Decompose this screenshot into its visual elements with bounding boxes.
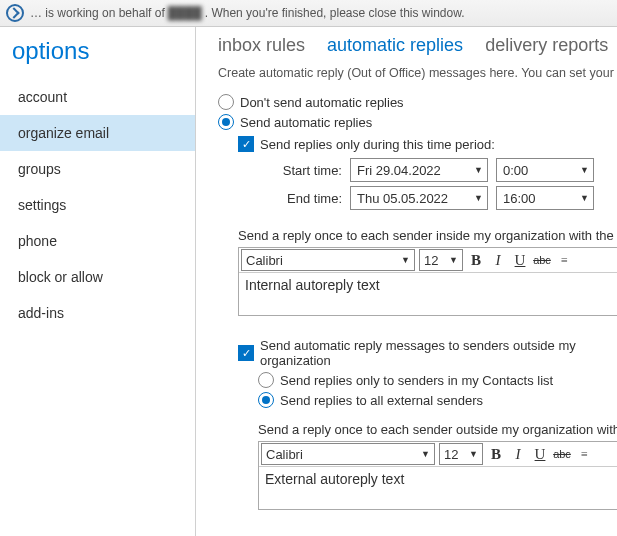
delegate-info-bar: … is working on behalf of ████ . When yo… [0,0,617,27]
radio-external-contacts-label: Send replies only to senders in my Conta… [280,373,553,388]
internal-editor-toolbar: Calibri▼ 12▼ B I U abc ≡ [239,248,617,273]
checkbox-time-period[interactable] [238,136,254,152]
time-period-grid: Start time: Fri 29.04.2022▼ 0:00▼ End ti… [278,158,617,210]
checkbox-external-reply-label: Send automatic reply messages to senders… [260,338,617,368]
chevron-down-icon: ▼ [474,193,483,203]
radio-send-label: Send automatic replies [240,115,372,130]
tab-automatic-replies[interactable]: automatic replies [327,35,463,56]
chevron-down-icon: ▼ [401,255,410,265]
align-button[interactable]: ≡ [553,249,575,271]
radio-external-all-label: Send replies to all external senders [280,393,483,408]
font-family-dropdown[interactable]: Calibri▼ [241,249,415,271]
start-time-label: Start time: [278,163,342,178]
radio-send[interactable] [218,114,234,130]
sidebar-item-settings[interactable]: settings [0,187,195,223]
strikethrough-button[interactable]: abc [551,443,573,465]
sidebar-item-add-ins[interactable]: add-ins [0,295,195,331]
internal-reply-label: Send a reply once to each sender inside … [238,228,617,243]
external-reply-label: Send a reply once to each sender outside… [258,422,617,437]
radio-external-all[interactable] [258,392,274,408]
page-description: Create automatic reply (Out of Office) m… [218,66,617,80]
chevron-down-icon: ▼ [449,255,458,265]
radio-dont-send-label: Don't send automatic replies [240,95,404,110]
delegate-text-before: … is working on behalf of [30,6,165,20]
delegate-name: ████ [168,6,202,20]
sidebar-item-groups[interactable]: groups [0,151,195,187]
radio-external-contacts[interactable] [258,372,274,388]
font-size-dropdown[interactable]: 12▼ [439,443,483,465]
chevron-down-icon: ▼ [469,449,478,459]
sidebar-title: options [12,37,195,65]
end-time-dropdown[interactable]: 16:00▼ [496,186,594,210]
chevron-down-icon: ▼ [580,193,589,203]
chevron-down-icon: ▼ [421,449,430,459]
font-size-dropdown[interactable]: 12▼ [419,249,463,271]
checkbox-external-reply[interactable] [238,345,254,361]
start-time-dropdown[interactable]: 0:00▼ [496,158,594,182]
tab-inbox-rules[interactable]: inbox rules [218,35,305,56]
sidebar-item-phone[interactable]: phone [0,223,195,259]
tab-delivery-reports[interactable]: delivery reports [485,35,608,56]
bold-button[interactable]: B [465,249,487,271]
tab-bar: inbox rules automatic replies delivery r… [218,35,617,56]
info-icon [6,4,24,22]
internal-reply-editor: Calibri▼ 12▼ B I U abc ≡ Internal autore… [238,247,617,316]
underline-button[interactable]: U [509,249,531,271]
chevron-down-icon: ▼ [474,165,483,175]
internal-reply-textarea[interactable]: Internal autoreply text [239,273,617,315]
start-date-dropdown[interactable]: Fri 29.04.2022▼ [350,158,488,182]
align-button[interactable]: ≡ [573,443,595,465]
external-editor-toolbar: Calibri▼ 12▼ B I U abc ≡ [259,442,617,467]
end-date-dropdown[interactable]: Thu 05.05.2022▼ [350,186,488,210]
sidebar: options account organize email groups se… [0,27,196,536]
italic-button[interactable]: I [487,249,509,271]
sidebar-item-organize-email[interactable]: organize email [0,115,195,151]
external-reply-textarea[interactable]: External autoreply text [259,467,617,509]
sidebar-item-account[interactable]: account [0,79,195,115]
strikethrough-button[interactable]: abc [531,249,553,271]
chevron-down-icon: ▼ [580,165,589,175]
end-time-label: End time: [278,191,342,206]
bold-button[interactable]: B [485,443,507,465]
sidebar-item-block-or-allow[interactable]: block or allow [0,259,195,295]
main-panel: inbox rules automatic replies delivery r… [196,27,617,536]
external-reply-editor: Calibri▼ 12▼ B I U abc ≡ External autore… [258,441,617,510]
font-family-dropdown[interactable]: Calibri▼ [261,443,435,465]
underline-button[interactable]: U [529,443,551,465]
checkbox-time-period-label: Send replies only during this time perio… [260,137,495,152]
italic-button[interactable]: I [507,443,529,465]
delegate-text-after: . When you're finished, please close thi… [205,6,465,20]
radio-dont-send[interactable] [218,94,234,110]
